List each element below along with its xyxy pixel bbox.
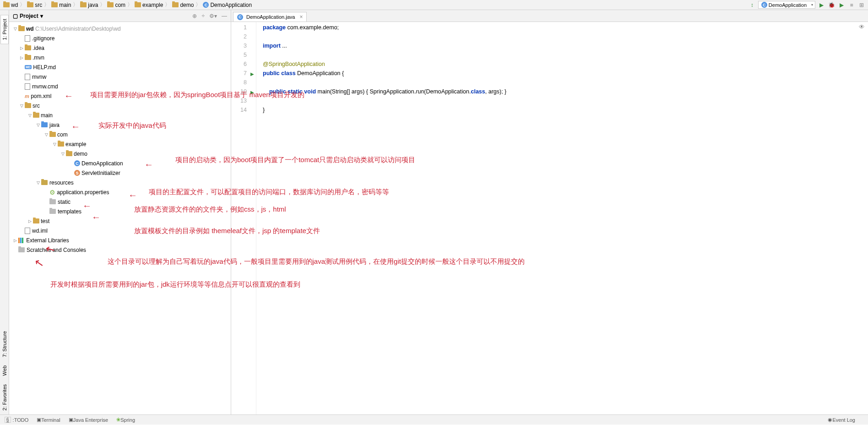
status-spring[interactable]: ❀ Spring xyxy=(116,417,135,423)
folder-icon xyxy=(18,26,25,31)
tree-static[interactable]: ·static xyxy=(9,197,231,207)
folder-icon xyxy=(27,2,33,7)
gear-icon[interactable]: ⚙▾ xyxy=(209,13,217,19)
md-icon: MD xyxy=(25,65,32,69)
library-icon xyxy=(18,238,25,243)
class-icon xyxy=(74,170,80,176)
folder-icon xyxy=(135,2,141,7)
tree-servlet-init[interactable]: ·ServletInitializer xyxy=(9,168,231,178)
tree-demo-app[interactable]: ·DemoApplication xyxy=(9,158,231,168)
panel-title[interactable]: ▢ Project ▾ xyxy=(13,13,43,19)
tree-example[interactable]: ▽example xyxy=(9,139,231,149)
file-icon xyxy=(25,83,30,90)
tree-pom[interactable]: ·m pom.xml xyxy=(9,91,231,101)
folder-icon xyxy=(49,209,56,214)
tree-mvn[interactable]: ▷.mvn xyxy=(9,53,231,62)
class-icon xyxy=(74,160,80,166)
sync-icon[interactable]: ↕ xyxy=(748,1,756,9)
run-config-select[interactable]: DemoApplication xyxy=(758,1,815,9)
file-icon xyxy=(25,74,30,80)
tree-help[interactable]: ·MD HELP.md xyxy=(9,62,231,72)
class-icon xyxy=(203,2,209,8)
source-folder-icon xyxy=(41,122,48,127)
folder-icon xyxy=(33,218,39,223)
project-tree[interactable]: ▽wd C:\Users\Administrator\Desktop\wd ·.… xyxy=(9,22,231,414)
debug-button[interactable]: 🐞 xyxy=(827,1,835,9)
tree-scratches[interactable]: ·Scratches and Consoles xyxy=(9,245,231,255)
folder-icon xyxy=(80,2,87,7)
tree-com[interactable]: ▽com xyxy=(9,130,231,139)
breadcrumb-main[interactable]: main xyxy=(50,2,72,8)
maven-icon: m xyxy=(25,93,29,99)
folder-icon xyxy=(107,2,114,7)
folder-icon xyxy=(58,142,64,147)
class-icon xyxy=(761,2,767,8)
editor-tab[interactable]: DemoApplication.java× xyxy=(233,12,307,22)
folder-icon xyxy=(172,2,179,7)
folder-icon xyxy=(25,55,31,60)
line-gutter: 1 2 3 5 6 7▶ 8 10▶ 13 14 xyxy=(231,22,256,414)
breadcrumb-wd[interactable]: wd xyxy=(2,2,19,8)
tree-mvnw[interactable]: ·mvnw xyxy=(9,72,231,82)
left-tool-strip: 1: Project 7: Structure Web 2: Favorites xyxy=(0,10,9,414)
tree-app-props[interactable]: ·⚙ application.properties xyxy=(9,187,231,197)
tree-root[interactable]: ▽wd C:\Users\Administrator\Desktop\wd xyxy=(9,24,231,33)
scroll-from-source-icon[interactable]: ⊕ xyxy=(192,13,197,19)
tree-templates[interactable]: ·templates xyxy=(9,207,231,216)
tree-main[interactable]: ▽main xyxy=(9,110,231,120)
close-icon[interactable]: × xyxy=(299,14,303,20)
folder-icon xyxy=(33,113,39,118)
project-panel: ▢ Project ▾ ⊕ ÷ ⚙▾ — ▽wd C:\Users\Admini… xyxy=(9,10,231,414)
code-content[interactable]: package com.example.demo; import ... @Sp… xyxy=(256,22,868,414)
stop-button[interactable]: ■ xyxy=(847,1,856,9)
breadcrumb-demo[interactable]: demo xyxy=(171,2,195,8)
run-line-icon[interactable]: ▶ xyxy=(250,70,254,79)
props-icon: ⚙ xyxy=(49,189,55,196)
sidebar-tab-web[interactable]: Web xyxy=(0,361,9,380)
sidebar-tab-favorites[interactable]: 2: Favorites xyxy=(0,380,9,414)
folder-icon xyxy=(18,247,25,252)
layout-button[interactable]: ⊞ xyxy=(857,1,866,9)
sidebar-tab-project[interactable]: 1: Project xyxy=(0,15,9,44)
run-button[interactable]: ▶ xyxy=(817,1,825,9)
tree-src[interactable]: ▽src xyxy=(9,101,231,110)
tree-test[interactable]: ▷test xyxy=(9,216,231,226)
folder-icon xyxy=(51,2,58,7)
folder-icon xyxy=(25,45,31,50)
tree-resources[interactable]: ▽resources xyxy=(9,178,231,187)
breadcrumb-class[interactable]: DemoApplication xyxy=(202,2,253,8)
coverage-button[interactable]: ▶ xyxy=(837,1,846,9)
breadcrumb-com[interactable]: com xyxy=(106,2,126,8)
status-java-ent[interactable]: ▣ Java Enterprise xyxy=(69,417,108,423)
breadcrumb-java[interactable]: java xyxy=(79,2,99,8)
sidebar-tab-structure[interactable]: 7: Structure xyxy=(0,327,9,361)
code-editor[interactable]: 👁 1 2 3 5 6 7▶ 8 10▶ 13 14 package com.e… xyxy=(231,22,868,414)
file-icon xyxy=(25,35,30,42)
status-todo[interactable]: 6: TODO xyxy=(5,417,28,423)
tree-wdiml[interactable]: ·wd.iml xyxy=(9,226,231,235)
breadcrumb-src[interactable]: src xyxy=(26,2,43,8)
tree-mvnwcmd[interactable]: ·mvnw.cmd xyxy=(9,82,231,91)
folder-icon xyxy=(25,103,31,108)
status-event-log[interactable]: ◉ Event Log xyxy=(828,417,855,423)
run-line-icon[interactable]: ▶ xyxy=(250,88,254,97)
breadcrumb-example[interactable]: example xyxy=(134,2,164,8)
hide-icon[interactable]: — xyxy=(222,13,227,19)
collapse-all-icon[interactable]: ÷ xyxy=(201,13,205,19)
tree-ext-libs[interactable]: ▷ External Libraries xyxy=(9,235,231,245)
status-bar: 6: TODO ▣ Terminal ▣ Java Enterprise ❀ S… xyxy=(0,414,868,425)
status-terminal[interactable]: ▣ Terminal xyxy=(37,417,60,423)
file-icon xyxy=(25,228,30,234)
resource-folder-icon xyxy=(41,180,48,185)
inspections-icon[interactable]: 👁 xyxy=(859,24,866,31)
tree-demo[interactable]: ▽demo xyxy=(9,149,231,158)
editor-area: DemoApplication.java× 👁 1 2 3 5 6 7▶ 8 1… xyxy=(231,10,868,414)
breadcrumb: wd〉 src〉 main〉 java〉 com〉 example〉 demo〉… xyxy=(0,0,868,10)
tree-java[interactable]: ▽java xyxy=(9,120,231,130)
folder-icon xyxy=(66,151,72,156)
tree-idea[interactable]: ▷.idea xyxy=(9,43,231,53)
folder-icon xyxy=(49,132,56,137)
tree-gitignore[interactable]: ·.gitignore xyxy=(9,33,231,43)
class-icon xyxy=(237,14,243,20)
folder-icon xyxy=(3,2,10,7)
